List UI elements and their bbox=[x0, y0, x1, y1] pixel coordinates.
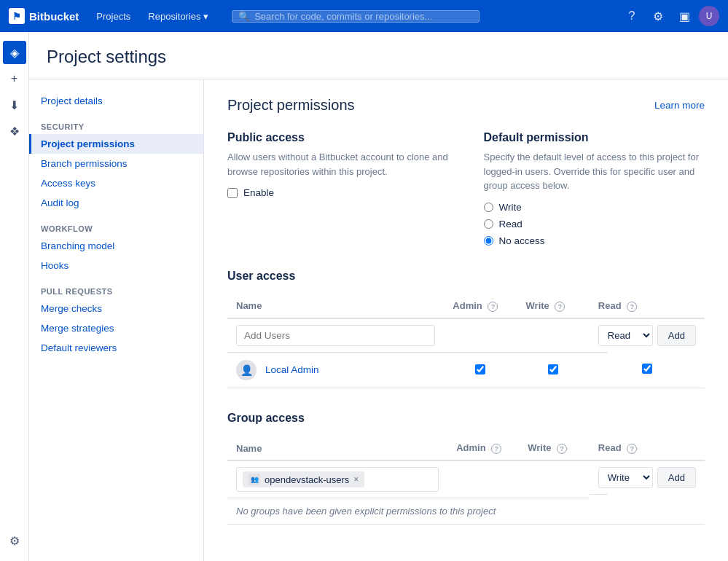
col-admin-header: Admin ? bbox=[444, 294, 517, 318]
page-header: Project settings bbox=[29, 32, 728, 79]
add-group-input-cell: 👥 opendevstack-users × bbox=[227, 460, 447, 498]
sidebar-item-default-reviewers[interactable]: Default reviewers bbox=[29, 338, 203, 358]
radio-read-row: Read bbox=[484, 219, 705, 230]
rail-gear-icon[interactable]: ⚙ bbox=[3, 529, 26, 552]
radio-noaccess-label: No access bbox=[499, 235, 545, 246]
logo-text: Bitbucket bbox=[29, 10, 79, 23]
group-col-read-header: Read ? bbox=[590, 436, 705, 460]
user-avatar: 👤 bbox=[236, 360, 257, 380]
group-permission-select[interactable]: Write Read Admin bbox=[598, 467, 653, 488]
add-user-admin-cell bbox=[444, 318, 517, 353]
main-content: Project permissions Learn more Public ac… bbox=[204, 79, 728, 561]
default-permission-title: Default permission bbox=[484, 131, 705, 144]
add-user-input[interactable] bbox=[236, 325, 435, 346]
two-col-permissions: Public access Allow users without a Bitb… bbox=[227, 131, 705, 246]
add-user-row: Read Write Admin Add bbox=[227, 318, 705, 353]
add-group-write-cell bbox=[519, 460, 590, 498]
radio-noaccess[interactable] bbox=[484, 236, 493, 246]
user-write-checkbox[interactable] bbox=[548, 364, 558, 374]
enable-label[interactable]: Enable bbox=[243, 187, 274, 198]
user-read-cell bbox=[590, 353, 705, 388]
sidebar-item-merge-checks[interactable]: Merge checks bbox=[29, 299, 203, 318]
col-name-header: Name bbox=[227, 294, 444, 318]
sidebar-item-access-keys[interactable]: Access keys bbox=[29, 173, 203, 193]
bitbucket-logo[interactable]: ⚑ Bitbucket bbox=[9, 8, 79, 24]
nav-projects[interactable]: Projects bbox=[90, 8, 136, 25]
help-icon[interactable]: ? bbox=[620, 4, 643, 28]
read-help-icon[interactable]: ? bbox=[627, 302, 637, 312]
group-tag: 👥 opendevstack-users × bbox=[243, 471, 364, 487]
learn-more-link[interactable]: Learn more bbox=[654, 100, 705, 111]
rail-plus-icon[interactable]: + bbox=[3, 67, 26, 90]
user-access-section: User access Name Admin ? Wri bbox=[227, 270, 705, 389]
sidebar-nav: Project details SECURITY Project permiss… bbox=[29, 79, 204, 561]
radio-write-row: Write bbox=[484, 202, 705, 213]
group-access-section: Group access Name Admin ? Wr bbox=[227, 412, 705, 525]
sidebar-item-merge-strategies[interactable]: Merge strategies bbox=[29, 318, 203, 338]
settings-icon[interactable]: ⚙ bbox=[646, 4, 670, 28]
user-access-title: User access bbox=[227, 270, 705, 283]
col-read-header: Read ? bbox=[590, 294, 705, 318]
group-table-header: Name Admin ? Write ? Read bbox=[227, 436, 705, 460]
page-title: Project settings bbox=[47, 47, 711, 67]
add-group-admin-cell bbox=[447, 460, 519, 498]
add-group-button[interactable]: Add bbox=[657, 467, 696, 488]
sidebar-item-hooks[interactable]: Hooks bbox=[29, 256, 203, 275]
radio-read-label: Read bbox=[499, 219, 522, 230]
sidebar-section-security: SECURITY bbox=[29, 111, 203, 134]
add-user-button[interactable]: Add bbox=[657, 325, 696, 346]
public-access-desc: Allow users without a Bitbucket account … bbox=[227, 150, 449, 178]
radio-noaccess-row: No access bbox=[484, 235, 705, 246]
add-user-write-cell bbox=[517, 318, 590, 353]
group-write-help-icon[interactable]: ? bbox=[557, 444, 567, 454]
group-access-table: Name Admin ? Write ? Read bbox=[227, 436, 705, 525]
user-link[interactable]: Local Admin bbox=[265, 364, 319, 375]
group-col-name-header: Name bbox=[227, 436, 447, 460]
group-tag-remove[interactable]: × bbox=[353, 475, 359, 484]
group-access-title: Group access bbox=[227, 412, 705, 425]
top-nav: ⚑ Bitbucket Projects Repositories ▾ 🔍 ? … bbox=[0, 0, 728, 32]
content-area: Project details SECURITY Project permiss… bbox=[29, 79, 728, 561]
search-input[interactable] bbox=[254, 11, 473, 22]
group-read-help-icon[interactable]: ? bbox=[627, 444, 637, 454]
radio-read[interactable] bbox=[484, 219, 493, 229]
col-write-header: Write ? bbox=[517, 294, 590, 318]
no-groups-message: No groups have been given explicit permi… bbox=[227, 498, 705, 525]
group-col-write-header: Write ? bbox=[519, 436, 590, 460]
user-admin-checkbox[interactable] bbox=[475, 364, 485, 374]
sidebar-item-branch-permissions[interactable]: Branch permissions bbox=[29, 154, 203, 173]
group-admin-help-icon[interactable]: ? bbox=[491, 444, 501, 454]
logo-icon: ⚑ bbox=[9, 8, 25, 24]
radio-write[interactable] bbox=[484, 203, 493, 212]
rail-download-icon[interactable]: ⬇ bbox=[3, 93, 26, 117]
sidebar-item-project-permissions[interactable]: Project permissions bbox=[29, 134, 203, 154]
group-col-admin-header: Admin ? bbox=[447, 436, 519, 460]
desktop-icon[interactable]: ▣ bbox=[673, 4, 696, 28]
user-permission-select[interactable]: Read Write Admin bbox=[598, 325, 653, 346]
table-row: 👤 Local Admin bbox=[227, 353, 705, 388]
sidebar-item-audit-log[interactable]: Audit log bbox=[29, 193, 203, 213]
enable-checkbox[interactable] bbox=[227, 188, 238, 198]
sidebar-section-workflow: WORKFLOW bbox=[29, 213, 203, 236]
left-rail: ◈ + ⬇ ❖ ⚙ bbox=[0, 32, 29, 561]
rail-project-icon[interactable]: ◈ bbox=[3, 41, 26, 64]
write-help-icon[interactable]: ? bbox=[555, 302, 565, 312]
page-wrapper: Project settings Project details SECURIT… bbox=[29, 32, 728, 561]
rail-puzzle-icon[interactable]: ❖ bbox=[3, 119, 26, 143]
user-table-header: Name Admin ? Write ? Read bbox=[227, 294, 705, 318]
group-tag-icon: 👥 bbox=[248, 474, 260, 485]
user-read-checkbox[interactable] bbox=[642, 364, 652, 374]
group-input-container: 👥 opendevstack-users × bbox=[236, 467, 439, 492]
add-group-read-cell: Write Read Admin Add bbox=[590, 461, 608, 495]
sidebar-item-branching-model[interactable]: Branching model bbox=[29, 236, 203, 256]
search-icon: 🔍 bbox=[238, 11, 250, 22]
user-name-cell: 👤 Local Admin bbox=[227, 353, 444, 388]
avatar[interactable]: U bbox=[699, 6, 719, 26]
default-permission-desc: Specify the default level of access to t… bbox=[484, 150, 705, 193]
nav-repositories[interactable]: Repositories ▾ bbox=[142, 8, 214, 25]
admin-help-icon[interactable]: ? bbox=[488, 302, 498, 312]
sidebar-item-project-details[interactable]: Project details bbox=[29, 91, 203, 111]
radio-group: Write Read No access bbox=[484, 202, 705, 246]
section-title: Project permissions bbox=[227, 97, 355, 114]
user-admin-cell bbox=[444, 353, 517, 388]
